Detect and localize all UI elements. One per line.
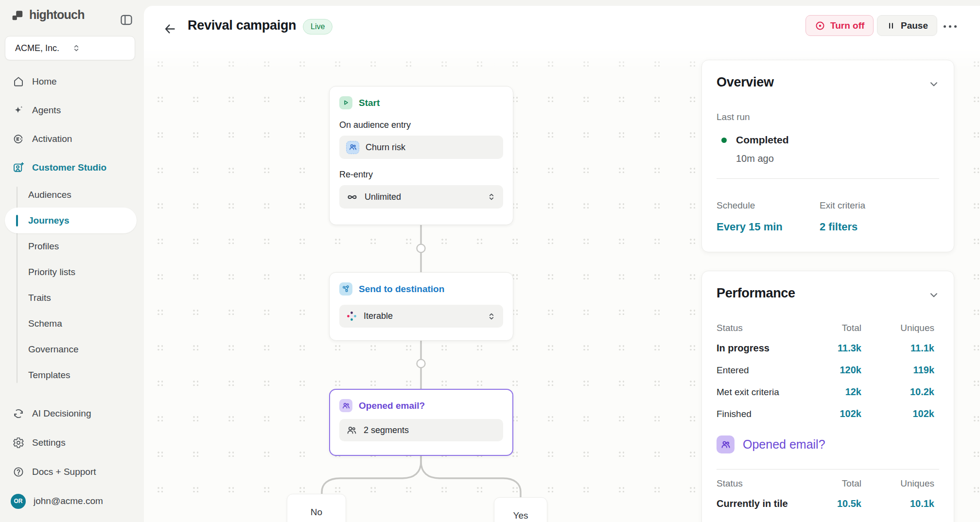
table-row: Currently in tile 10.5k 10.1k — [702, 493, 954, 515]
audience-chip[interactable]: Churn risk — [339, 136, 503, 159]
sidebar-item-traits[interactable]: Traits — [5, 285, 137, 311]
sidebar-item-ai-decisioning[interactable]: AI Decisioning — [0, 399, 142, 428]
last-run-time: 10m ago — [736, 153, 774, 164]
sidebar-item-label: Priority lists — [28, 267, 75, 278]
help-icon — [13, 466, 24, 478]
schedule-link[interactable]: Every 15 min — [717, 221, 783, 233]
sidebar-item-label: Traits — [28, 293, 51, 303]
avatar: OR — [11, 494, 26, 509]
tile-title: Opened email? — [743, 437, 825, 452]
audience-users-icon — [346, 141, 359, 154]
col-status: Status — [717, 323, 803, 333]
sidebar-item-label: Schema — [28, 318, 62, 329]
sidebar-item-label: Audiences — [28, 190, 71, 200]
sidebar-item-label: Templates — [28, 370, 70, 381]
table-row: Entered 120k 119k — [702, 359, 954, 381]
sidebar-item-agents[interactable]: Agents — [0, 96, 142, 124]
destination-select[interactable]: Iterable — [339, 305, 503, 328]
power-off-icon — [815, 20, 825, 31]
sidebar-item-label: Agents — [32, 105, 61, 116]
node-start-header: Start — [339, 96, 503, 109]
sidebar-collapse-button[interactable] — [117, 11, 136, 29]
branch-yes-node[interactable]: Yes — [494, 497, 547, 522]
node-send-to-destination[interactable]: Send to destination Iterable — [329, 272, 513, 341]
sidebar-item-account[interactable]: OR john@acme.com — [0, 487, 142, 516]
gear-icon — [13, 437, 24, 449]
sidebar-item-label: Docs + Support — [32, 467, 96, 477]
turn-off-button[interactable]: Turn off — [805, 15, 874, 36]
more-menu-button[interactable] — [939, 20, 961, 32]
overview-title: Overview — [717, 75, 774, 90]
branch-no-label: No — [311, 507, 322, 518]
chevron-updown-icon — [71, 43, 128, 53]
sidebar-item-journeys[interactable]: Journeys — [5, 208, 137, 233]
branch-no-node[interactable]: No — [287, 494, 346, 522]
exit-criteria-label: Exit criteria — [820, 200, 865, 211]
sidebar-footer: AI Decisioning Settings Docs + Support O… — [0, 399, 142, 516]
sidebar-item-label: Activation — [32, 134, 72, 144]
play-icon — [339, 96, 352, 109]
activation-icon — [13, 133, 24, 145]
segments-users-icon — [339, 399, 352, 412]
node-send-header: Send to destination — [339, 282, 503, 296]
node-start[interactable]: Start On audience entry Churn risk Re-en… — [329, 86, 513, 225]
workspace-selector[interactable]: ACME, Inc. — [5, 36, 135, 60]
chevron-updown-icon — [487, 312, 496, 321]
sidebar-item-label: Home — [32, 76, 57, 87]
sidebar-item-label: AI Decisioning — [32, 408, 91, 419]
branch-yes-label: Yes — [513, 510, 528, 521]
col-uniques: Uniques — [861, 323, 934, 333]
table-row: Met exit criteria 12k 10.2k — [702, 381, 954, 403]
tile-performance-header[interactable]: Opened email? — [717, 435, 825, 453]
col-total: Total — [803, 478, 861, 489]
iterable-logo-icon — [346, 311, 357, 322]
sidebar-item-audiences[interactable]: Audiences — [5, 182, 137, 208]
sidebar-item-profiles[interactable]: Profiles — [5, 233, 137, 259]
divider — [717, 178, 939, 179]
table-row: In progress 11.3k 11.1k — [702, 337, 954, 359]
reentry-select[interactable]: Unlimited — [339, 185, 503, 209]
last-run-state: Completed — [736, 134, 789, 146]
segments-field[interactable]: 2 segments — [339, 419, 503, 441]
ai-decisioning-icon — [13, 408, 24, 419]
last-run-label: Last run — [717, 112, 750, 122]
back-button[interactable] — [160, 19, 179, 38]
sidebar: hightouch ACME, Inc. Home — [0, 0, 142, 522]
sidebar-item-schema[interactable]: Schema — [5, 311, 137, 336]
customer-studio-subnav: Audiences Journeys Profiles Priority lis… — [0, 182, 142, 388]
sidebar-item-label: Settings — [32, 437, 66, 448]
turn-off-label: Turn off — [830, 20, 864, 31]
tile-performance-table: Status Total Uniques Currently in tile 1… — [702, 474, 954, 515]
sidebar-item-home[interactable]: Home — [0, 67, 142, 96]
col-status: Status — [717, 478, 803, 489]
infinity-icon — [346, 191, 358, 203]
sidebar-item-priority-lists[interactable]: Priority lists — [5, 259, 137, 285]
sidebar-item-settings[interactable]: Settings — [0, 428, 142, 457]
sidebar-item-customer-studio[interactable]: Customer Studio — [0, 153, 142, 182]
exit-criteria-link[interactable]: 2 filters — [820, 221, 858, 233]
page-title: Revival campaign — [188, 18, 296, 33]
collapse-chevron-icon[interactable] — [928, 77, 942, 91]
hightouch-logo-icon — [12, 9, 24, 21]
node-opened-email[interactable]: Opened email? 2 segments — [329, 389, 513, 456]
users-icon — [346, 425, 357, 436]
audience-name: Churn risk — [366, 142, 405, 153]
destination-name: Iterable — [364, 311, 480, 321]
sidebar-item-templates[interactable]: Templates — [5, 362, 137, 388]
home-icon — [13, 76, 24, 87]
node-title: Send to destination — [359, 284, 444, 295]
sidebar-collapse-icon — [120, 13, 133, 27]
node-title: Opened email? — [359, 400, 425, 411]
divider — [717, 469, 939, 470]
pause-button[interactable]: Pause — [877, 15, 937, 36]
trigger-label: On audience entry — [339, 120, 503, 130]
sidebar-item-label: Governance — [28, 344, 79, 355]
sidebar-item-governance[interactable]: Governance — [5, 336, 137, 362]
node-title: Start — [359, 98, 380, 108]
sidebar-item-activation[interactable]: Activation — [0, 124, 142, 153]
collapse-chevron-icon[interactable] — [928, 288, 942, 302]
sidebar-item-docs-support[interactable]: Docs + Support — [0, 457, 142, 487]
hightouch-logo: hightouch — [12, 8, 85, 22]
segments-users-icon — [717, 435, 735, 453]
chevron-updown-icon — [487, 192, 496, 202]
